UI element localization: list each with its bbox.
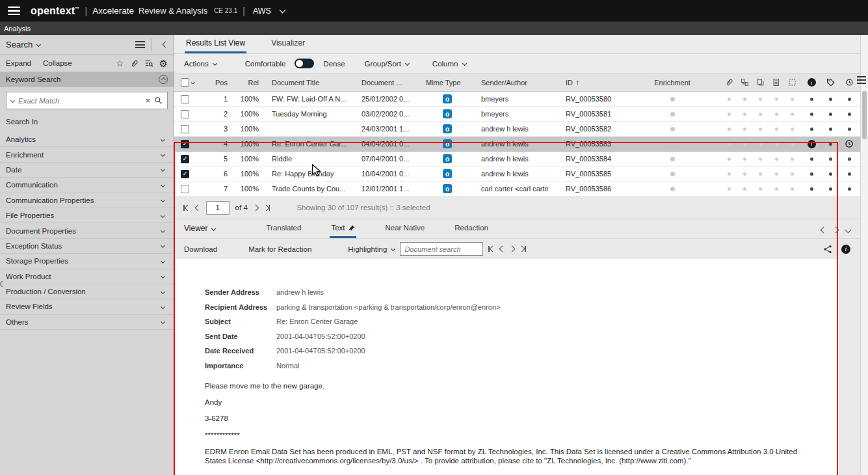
collapse-all-link[interactable]: Collapse (43, 59, 72, 67)
tag-column-icon[interactable] (826, 78, 835, 87)
info-column-icon[interactable]: i (807, 78, 816, 87)
row-checkbox[interactable] (181, 155, 189, 163)
table-row[interactable]: 1 100% FW: FW: Laid-Off A N... 25/01/200… (174, 92, 860, 107)
row-checkbox[interactable] (181, 110, 189, 118)
environment-chevron-down-icon[interactable] (279, 7, 285, 13)
keyword-search-input[interactable] (18, 97, 141, 105)
last-hit-button[interactable] (519, 246, 526, 252)
next-hit-button[interactable] (510, 247, 514, 251)
near-duplicates-column-icon[interactable] (772, 78, 781, 87)
family-column-icon[interactable] (741, 78, 750, 87)
facet-section[interactable]: Work Product (0, 269, 174, 284)
col-mime-type[interactable]: Mime Type (418, 79, 471, 87)
mark-for-redaction-button[interactable]: Mark for Redaction (248, 245, 311, 253)
previous-page-button[interactable] (196, 206, 200, 210)
viewer-next-icon[interactable] (833, 227, 839, 234)
search-icon[interactable] (154, 96, 163, 105)
table-row[interactable]: 3 100% 24/03/2001 1... o andrew h lewis … (174, 122, 860, 137)
expand-all-link[interactable]: Expand (6, 59, 31, 67)
facet-label: Date (6, 166, 21, 174)
group-sort-menu[interactable]: Group/Sort (365, 60, 409, 68)
tab-text[interactable]: Text (330, 224, 356, 238)
actions-menu[interactable]: Actions (184, 60, 217, 68)
vertical-scrollbar[interactable] (860, 35, 868, 475)
row-checkbox[interactable] (181, 95, 189, 103)
expand-all-chevron-icon[interactable] (191, 81, 195, 84)
tab-translated[interactable]: Translated (265, 224, 302, 238)
facet-section[interactable]: Enrichment (0, 147, 174, 162)
main-menu-icon[interactable] (8, 7, 20, 15)
history-status-dot (848, 128, 851, 131)
document-search-input[interactable] (400, 242, 483, 256)
facet-section[interactable]: Review Fields (0, 299, 174, 314)
collapse-panel-icon[interactable] (163, 42, 169, 48)
tab-visualizer[interactable]: Visualizer (270, 38, 306, 53)
col-id[interactable]: ID↑ (559, 78, 624, 87)
table-row[interactable]: 2 100% Tuesday Morning 03/02/2002 0... o… (174, 107, 860, 122)
first-page-button[interactable] (183, 205, 190, 211)
facet-section[interactable]: Analytics (0, 132, 174, 147)
highlighting-menu[interactable]: Highlighting (348, 245, 395, 253)
table-row[interactable]: 6 100% Re: Happy Birthday 10/04/2001 0..… (174, 167, 860, 182)
settings-gear-icon[interactable]: ⚙ (159, 59, 168, 68)
viewer-info-icon[interactable]: i (841, 245, 850, 254)
facet-section[interactable]: Date (0, 163, 174, 178)
row-checkbox[interactable] (181, 185, 189, 193)
select-all-checkbox[interactable] (181, 78, 189, 87)
scrollbar-thumb[interactable] (862, 91, 867, 139)
col-document-date[interactable]: Document ... (356, 79, 418, 87)
previous-hit-button[interactable] (500, 247, 505, 251)
facet-section[interactable]: Others (0, 315, 174, 330)
clear-search-icon[interactable]: × (145, 96, 150, 105)
keyword-search-header[interactable]: Keyword Search (0, 72, 174, 87)
search-options-chevron-icon[interactable] (10, 98, 15, 103)
facet-section[interactable]: Storage Properties (0, 254, 174, 269)
download-button[interactable]: Download (184, 245, 217, 253)
history-icon[interactable] (845, 139, 854, 148)
last-page-button[interactable] (264, 205, 270, 211)
duplicates-column-icon[interactable] (756, 78, 765, 87)
search-chevron-down-icon[interactable] (36, 42, 41, 47)
results-main-panel: Results List View Visualizer Actions Com… (174, 35, 860, 475)
history-column-icon[interactable] (845, 78, 854, 87)
table-row[interactable]: 5 100% Riddle 07/04/2001 0... o andrew h… (174, 152, 860, 167)
facet-section[interactable]: Document Properties (0, 223, 174, 238)
info-icon[interactable]: i (808, 140, 816, 148)
facet-section[interactable]: Exception Status (0, 239, 174, 254)
col-enrichment[interactable]: Enrichment (624, 79, 721, 87)
search-list-icon[interactable] (144, 59, 153, 68)
selection-column-icon[interactable] (788, 78, 797, 87)
facet-section[interactable]: Communication Properties (0, 193, 174, 208)
col-rel[interactable]: Rel (230, 79, 263, 87)
attachment-column-icon[interactable] (724, 78, 733, 87)
facet-section[interactable]: Communication (0, 178, 174, 193)
next-page-button[interactable] (254, 206, 258, 210)
first-hit-button[interactable] (488, 246, 495, 252)
table-row[interactable]: 4 100% Re: Enron Center Gar... 04/04/200… (174, 137, 860, 152)
facet-section[interactable]: Production / Conversion (0, 284, 174, 299)
paperclip-icon[interactable] (130, 59, 138, 68)
density-toggle[interactable] (295, 59, 314, 68)
analysis-tab-label[interactable]: Analysis (4, 25, 31, 33)
favorites-star-icon[interactable]: ☆ (116, 59, 124, 68)
panel-options-icon[interactable] (857, 76, 866, 86)
share-icon[interactable] (823, 245, 832, 254)
viewer-prev-icon[interactable] (821, 227, 827, 234)
viewer-collapse-icon[interactable] (845, 227, 852, 234)
col-sender-author[interactable]: Sender/Author (471, 79, 559, 87)
table-row[interactable]: 7 100% Trade Counts by Cou... 12/01/2001… (174, 182, 860, 197)
panel-menu-icon[interactable] (135, 41, 145, 48)
page-number-input[interactable] (206, 201, 230, 215)
tab-results-list-view[interactable]: Results List View (185, 38, 246, 53)
col-document-title[interactable]: Document Title (272, 79, 356, 87)
collapse-section-icon[interactable] (159, 75, 168, 84)
tab-near-native[interactable]: Near Native (384, 224, 426, 238)
row-checkbox[interactable] (181, 170, 189, 178)
tab-redaction[interactable]: Redaction (453, 224, 490, 238)
facet-section[interactable]: File Properties (0, 208, 174, 223)
col-pos[interactable]: Pos (203, 79, 230, 87)
row-checkbox[interactable] (181, 140, 189, 148)
column-menu[interactable]: Column (432, 60, 466, 68)
viewer-menu[interactable]: Viewer (184, 224, 215, 238)
row-checkbox[interactable] (181, 125, 189, 133)
